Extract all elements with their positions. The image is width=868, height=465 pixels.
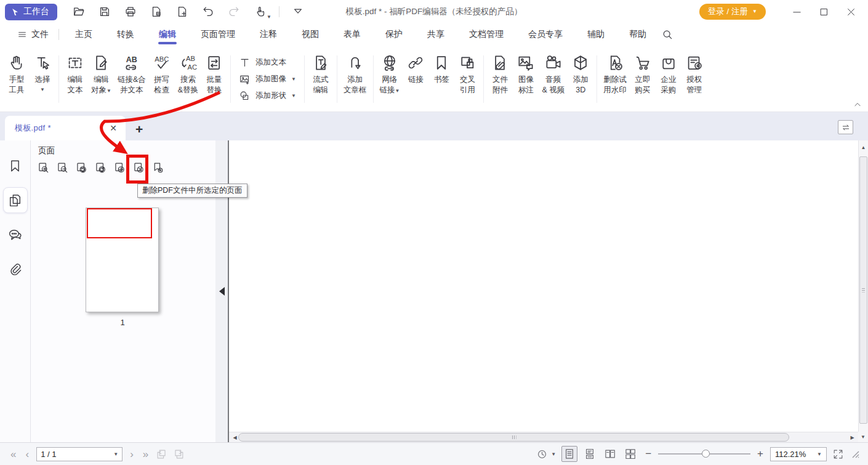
ribbon-select-tool-button[interactable]: 选择▼: [30, 49, 55, 95]
menu-item-1[interactable]: 主页: [63, 23, 105, 46]
redo-button[interactable]: [227, 5, 241, 18]
zoom-out-button[interactable]: −: [644, 448, 653, 460]
page-zoom-out-button[interactable]: [56, 161, 69, 176]
collapse-ribbon-button[interactable]: [853, 100, 862, 109]
print-button[interactable]: [124, 5, 137, 18]
save-file-button[interactable]: [98, 5, 111, 18]
insert-page-button[interactable]: [113, 161, 126, 176]
ribbon-enterprise-purchase-button[interactable]: 企业 采购: [656, 49, 681, 97]
menu-item-10[interactable]: 文档管理: [457, 23, 516, 46]
ribbon-add-shape-button[interactable]: 添加形状▼: [239, 90, 296, 102]
ribbon-spell-check-button[interactable]: ABC拼写 检查: [149, 49, 175, 97]
zoom-slider-thumb[interactable]: [702, 450, 710, 458]
facing-view-button[interactable]: [602, 446, 618, 462]
ribbon-audio-video-button[interactable]: 音频 & 视频: [539, 49, 568, 97]
ribbon-link-merge-text-button[interactable]: AB链接&合 并文本: [115, 49, 149, 97]
close-document-button[interactable]: [150, 5, 163, 18]
menu-item-file[interactable]: 文件: [17, 29, 58, 40]
dock-comments-panel-button[interactable]: [3, 222, 28, 248]
read-mode-timer-button[interactable]: ▼: [536, 448, 556, 460]
create-pdf-button[interactable]: [175, 5, 189, 18]
menu-item-3[interactable]: 编辑: [147, 23, 188, 46]
ribbon-remove-trial-watermark-button[interactable]: 删除试 用水印: [600, 49, 630, 97]
minimize-button[interactable]: [783, 0, 810, 23]
vertical-scrollbar[interactable]: ▲: [858, 140, 868, 432]
ribbon-batch-replace-button[interactable]: 批量 替换: [201, 49, 227, 97]
ribbon-flow-edit-button[interactable]: 流式 编辑: [308, 49, 334, 97]
menu-item-11[interactable]: 会员专享: [516, 23, 575, 46]
document-tab[interactable]: 模板.pdf * ✕: [5, 116, 126, 140]
ribbon-edit-object-button[interactable]: 编辑 对象▼: [88, 49, 115, 97]
ribbon-search-replace-button[interactable]: ABAC搜索 &替换: [175, 49, 201, 97]
page-thumbnail[interactable]: [86, 208, 159, 312]
menu-item-9[interactable]: 共享: [415, 23, 457, 46]
rotate-page-left-icon: [75, 161, 88, 174]
switch-tabs-button[interactable]: [838, 120, 853, 134]
ribbon-add-article-box-button[interactable]: 添加 文章框: [340, 49, 370, 97]
rotate-page-right-button[interactable]: [94, 161, 107, 176]
menu-item-8[interactable]: 保护: [373, 23, 415, 46]
rotate-page-left-button[interactable]: [75, 161, 88, 176]
new-tab-button[interactable]: +: [132, 122, 147, 137]
facing-continuous-view-button[interactable]: [622, 446, 638, 462]
menu-item-7[interactable]: 表单: [331, 23, 373, 46]
ribbon-add-text-button[interactable]: 添加文本: [239, 57, 296, 68]
ribbon-bookmark-button[interactable]: 书签: [428, 49, 454, 87]
tab-close-icon[interactable]: ✕: [107, 122, 119, 134]
delete-page-button[interactable]: [132, 161, 145, 176]
vertical-scrollbar-thumb[interactable]: [859, 156, 867, 424]
dock-pages-panel-button[interactable]: [3, 187, 28, 213]
undo-button[interactable]: [201, 5, 215, 18]
menu-item-13[interactable]: 帮助: [617, 23, 659, 46]
ribbon-image-annotation-button[interactable]: 图像 标注: [513, 49, 539, 97]
window-resize-grip[interactable]: [851, 450, 859, 458]
panel-collapse-strip[interactable]: [215, 140, 229, 442]
menu-item-12[interactable]: 辅助: [575, 23, 617, 46]
dock-bookmarks-panel-button[interactable]: [3, 153, 28, 179]
ribbon-license-management-button[interactable]: 授权 管理: [681, 49, 707, 97]
ribbon-cross-reference-button[interactable]: 交叉 引用: [454, 49, 480, 97]
first-page-button[interactable]: «: [9, 449, 18, 459]
workspace-button[interactable]: 工作台: [5, 4, 57, 20]
zoom-level-combobox[interactable]: 112.21% ▼: [770, 447, 827, 461]
last-page-button[interactable]: »: [141, 449, 150, 459]
document-view-area[interactable]: ▲ ◀ ▶ ▼: [229, 140, 868, 442]
page-display-options-button[interactable]: [151, 161, 164, 176]
continuous-view-button[interactable]: [582, 446, 598, 462]
previous-view-button[interactable]: [156, 448, 167, 460]
zoom-slider[interactable]: [658, 448, 750, 460]
menu-item-2[interactable]: 转换: [105, 23, 147, 46]
maximize-button[interactable]: [810, 0, 837, 23]
dock-attachments-panel-button[interactable]: [3, 256, 28, 282]
ribbon-file-attachment-button[interactable]: 文件 附件: [487, 49, 513, 97]
menu-item-4[interactable]: 页面管理: [188, 23, 247, 46]
page-zoom-in-button[interactable]: [37, 161, 50, 176]
login-register-button[interactable]: 登录 / 注册 ▼: [699, 4, 766, 20]
page-number-combobox[interactable]: 1 / 1 ▼: [36, 447, 123, 461]
ribbon-web-link-button[interactable]: 网络 链接▼: [377, 49, 403, 97]
ribbon-edit-text-button[interactable]: 编辑 文本: [62, 49, 88, 97]
ribbon-link-button[interactable]: 链接: [403, 49, 428, 87]
prev-page-button[interactable]: ‹: [23, 449, 31, 459]
ribbon-buy-now-button[interactable]: 立即 购买: [630, 49, 656, 97]
touch-mode-button[interactable]: ▼: [253, 5, 267, 18]
next-view-button[interactable]: [173, 448, 185, 460]
scroll-up-button[interactable]: ▲: [859, 142, 868, 153]
ribbon-hand-tool-button[interactable]: 手型 工具: [4, 49, 30, 97]
search-icon[interactable]: [661, 28, 673, 41]
zoom-in-button[interactable]: +: [756, 448, 765, 460]
full-screen-button[interactable]: [832, 448, 844, 460]
customize-quick-access-button[interactable]: [292, 5, 305, 18]
single-page-view-button[interactable]: [561, 446, 577, 462]
menu-item-6[interactable]: 视图: [289, 23, 331, 46]
ribbon-add-3d-button[interactable]: 添加 3D: [568, 49, 593, 97]
horizontal-scrollbar-thumb[interactable]: [238, 433, 789, 442]
ribbon-add-image-button[interactable]: 添加图像▼: [239, 73, 296, 85]
menu-item-5[interactable]: 注释: [247, 23, 289, 46]
close-button[interactable]: [837, 0, 864, 23]
horizontal-scrollbar[interactable]: ◀ ▶: [229, 432, 858, 442]
next-page-button[interactable]: ›: [128, 449, 135, 459]
open-file-button[interactable]: [72, 5, 86, 18]
scroll-right-button[interactable]: ▶: [848, 432, 857, 443]
scroll-down-button[interactable]: ▼: [858, 432, 868, 442]
